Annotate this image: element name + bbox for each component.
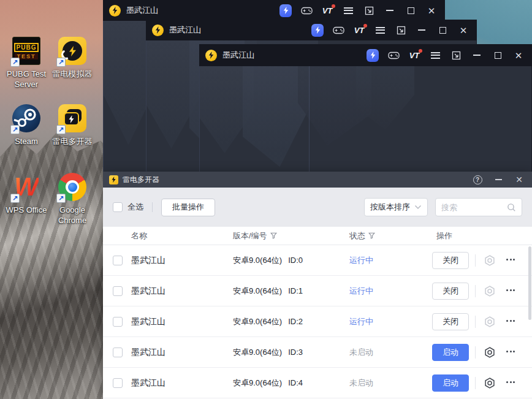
start-button[interactable]: 启动 <box>432 344 469 361</box>
search-input[interactable] <box>441 203 507 212</box>
boost-icon[interactable] <box>279 4 292 17</box>
window-title: 墨武江山 <box>169 25 201 36</box>
window-title: 墨武江山 <box>126 5 158 16</box>
instance-name: 墨武江山 <box>131 347 165 358</box>
more-options-icon[interactable] <box>503 313 518 328</box>
stop-button[interactable]: 关闭 <box>432 283 469 300</box>
more-options-icon[interactable] <box>503 374 518 389</box>
notification-dot <box>332 4 335 8</box>
instance-version: 安卓9.0(64位) <box>233 256 282 265</box>
emulator-titlebar[interactable]: 墨武江山 VT ✕ <box>146 20 477 40</box>
divider <box>475 346 476 359</box>
help-icon[interactable]: ? <box>469 172 485 187</box>
manager-title: 雷电多开器 <box>123 175 159 185</box>
row-checkbox[interactable] <box>113 256 123 265</box>
desktop-icon-pubg-test-server[interactable]: PUBGTEST ↗ PUBG Test Server <box>1 37 52 89</box>
sort-dropdown[interactable]: 按版本排序 <box>364 198 428 216</box>
divider <box>152 202 153 212</box>
stop-button[interactable]: 关闭 <box>432 252 469 269</box>
menu-icon[interactable] <box>429 48 441 62</box>
instance-row: 墨武江山 安卓9.0(64位)ID:4 未启动 启动 <box>103 368 532 398</box>
desktop-icon-label: 雷电多开器 <box>53 136 93 146</box>
gamepad-icon[interactable] <box>332 23 344 37</box>
vt-icon[interactable]: VT <box>408 48 420 62</box>
manager-titlebar[interactable]: 雷电多开器 ? ✕ <box>103 172 532 188</box>
vt-icon[interactable]: VT <box>353 23 365 37</box>
minimize-button[interactable] <box>490 172 506 187</box>
instance-status: 运行中 <box>349 255 373 266</box>
instance-status: 未启动 <box>349 347 373 358</box>
minimize-button[interactable] <box>416 23 428 37</box>
ldplayer-logo-icon <box>205 50 217 61</box>
settings-gear-icon[interactable] <box>484 285 496 297</box>
row-checkbox[interactable] <box>113 348 123 357</box>
close-button[interactable]: ✕ <box>425 4 438 17</box>
close-button[interactable]: ✕ <box>511 172 527 187</box>
instance-row: 墨武江山 安卓9.0(64位)ID:0 运行中 关闭 <box>103 245 532 276</box>
instance-list: 墨武江山 安卓9.0(64位)ID:0 运行中 关闭 墨武江山 安卓9.0(64… <box>103 245 532 399</box>
desktop-icon-label: WPS Office <box>6 205 47 215</box>
filter-icon[interactable] <box>368 232 375 239</box>
settings-gear-icon[interactable] <box>484 377 496 389</box>
settings-gear-icon[interactable] <box>484 254 496 267</box>
batch-operations-button[interactable]: 批量操作 <box>161 199 215 216</box>
desktop-icon-label: PUBG Test Server <box>1 69 52 89</box>
maximize-button[interactable] <box>405 4 417 17</box>
maximize-button[interactable] <box>492 48 504 62</box>
desktop-icon-google-chrome[interactable]: ↗ Google Chrome <box>47 173 98 226</box>
instance-status: 运行中 <box>349 316 373 327</box>
table-header: 名称 版本/编号 状态 操作 <box>103 227 532 245</box>
desktop-icon-label: 雷电模拟器 <box>53 69 93 79</box>
vt-icon[interactable]: VT <box>321 4 333 17</box>
gamepad-icon[interactable] <box>300 4 313 17</box>
shortcut-arrow-icon: ↗ <box>56 58 66 67</box>
search-icon <box>507 203 516 212</box>
header-operation: 操作 <box>436 230 452 241</box>
gamepad-icon[interactable] <box>387 48 400 62</box>
start-button[interactable]: 启动 <box>432 374 469 392</box>
shortcut-arrow-icon: ↗ <box>10 194 20 203</box>
select-all-label: 全选 <box>127 202 143 213</box>
menu-icon[interactable] <box>342 4 354 17</box>
instance-version: 安卓9.0(64位) <box>233 348 282 357</box>
minimize-button[interactable] <box>384 4 396 17</box>
instance-row: 墨武江山 安卓9.0(64位)ID:1 运行中 关闭 <box>103 276 532 306</box>
notification-dot <box>419 49 422 53</box>
settings-gear-icon[interactable] <box>484 316 496 328</box>
emulator-titlebar[interactable]: 墨武江山 VT ✕ <box>103 0 445 21</box>
notification-dot <box>363 24 367 28</box>
close-button[interactable]: ✕ <box>457 23 469 37</box>
scrollbar[interactable] <box>528 246 531 320</box>
desktop-icon-steam[interactable]: ↗ Steam <box>1 104 52 146</box>
more-options-icon[interactable] <box>503 283 518 297</box>
ldplayer-logo-icon <box>109 5 121 17</box>
emulator-titlebar[interactable]: 墨武江山 VT ✕ <box>199 44 532 66</box>
desktop-icon-wps-office[interactable]: W ↗ WPS Office <box>1 173 52 215</box>
shortcut-arrow-icon: ↗ <box>56 194 66 203</box>
instance-id: ID:1 <box>288 286 303 295</box>
row-checkbox[interactable] <box>113 378 123 388</box>
maximize-button[interactable] <box>436 23 449 37</box>
settings-gear-icon[interactable] <box>484 346 496 359</box>
resize-icon[interactable] <box>363 4 375 17</box>
divider <box>475 285 476 297</box>
desktop-icon-label: Google Chrome <box>47 205 98 226</box>
boost-icon[interactable] <box>311 23 324 37</box>
more-options-icon[interactable] <box>503 344 518 359</box>
resize-icon[interactable] <box>395 23 407 37</box>
minimize-button[interactable] <box>471 48 483 62</box>
filter-icon[interactable] <box>270 232 277 239</box>
more-options-icon[interactable] <box>503 252 518 267</box>
desktop-icon-ldplayer[interactable]: ↗ 雷电模拟器 <box>47 37 98 79</box>
row-checkbox[interactable] <box>113 286 123 296</box>
resize-icon[interactable] <box>450 48 462 62</box>
instance-name: 墨武江山 <box>131 316 165 327</box>
stop-button[interactable]: 关闭 <box>432 313 469 330</box>
menu-icon[interactable] <box>374 23 386 37</box>
close-button[interactable]: ✕ <box>512 48 525 62</box>
boost-icon[interactable] <box>367 48 379 62</box>
desktop-icon-multi-opener[interactable]: ↗ 雷电多开器 <box>47 104 98 146</box>
row-checkbox[interactable] <box>113 317 123 327</box>
select-all-checkbox[interactable] <box>113 202 123 212</box>
instance-name: 墨武江山 <box>131 255 165 266</box>
